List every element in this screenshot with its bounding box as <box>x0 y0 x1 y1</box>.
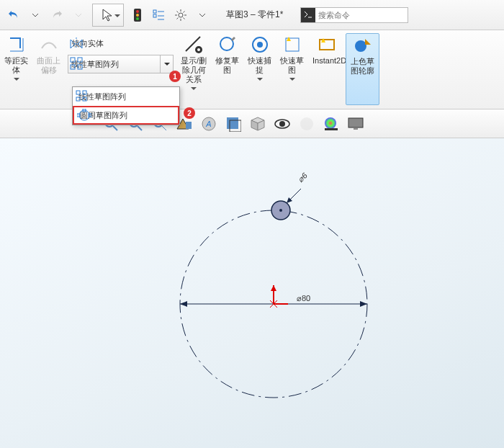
display-delete-relations-button[interactable]: 显示/删 除几何 关系 <box>176 33 211 105</box>
svg-rect-25 <box>83 91 86 94</box>
screen-icon[interactable] <box>346 114 366 134</box>
eye-icon[interactable] <box>272 114 292 134</box>
appearance-icon[interactable] <box>321 114 341 134</box>
dropdown-circular-pattern[interactable]: 圆周草图阵列 <box>73 106 179 125</box>
view-orientation-icon[interactable]: A <box>199 114 219 134</box>
svg-line-35 <box>138 126 142 130</box>
svg-point-17 <box>197 48 200 51</box>
snap-icon <box>250 35 270 55</box>
sketch-drawing <box>0 138 504 448</box>
svg-rect-4 <box>153 10 156 13</box>
svg-point-2 <box>136 14 139 17</box>
svg-rect-24 <box>76 91 80 94</box>
display-style-icon[interactable] <box>223 114 243 134</box>
pattern-dropdown-caret[interactable] <box>160 55 173 73</box>
rapid-sketch-button[interactable]: 快速草 图 <box>276 33 308 105</box>
quick-snap-button[interactable]: 快速捕 捉 <box>243 33 276 105</box>
svg-rect-14 <box>78 65 82 69</box>
callout-2: 2 <box>184 107 195 119</box>
svg-rect-11 <box>71 58 75 62</box>
surface-offset-button: 曲面上 偏移 <box>32 33 65 105</box>
svg-point-52 <box>279 209 282 212</box>
svg-point-3 <box>136 17 139 20</box>
svg-point-44 <box>300 117 313 130</box>
svg-rect-27 <box>83 97 86 101</box>
select-tool[interactable] <box>92 4 124 27</box>
svg-rect-26 <box>76 97 80 101</box>
hide-show-icon[interactable] <box>248 114 268 134</box>
svg-point-1 <box>136 10 139 13</box>
dropdown-linear-pattern[interactable]: 线性草图阵列 <box>73 87 179 106</box>
instant2d-icon <box>317 35 337 55</box>
svg-point-45 <box>325 117 336 129</box>
circular-pattern-icon <box>77 109 91 122</box>
pattern-dropdown-menu: 线性草图阵列 圆周草图阵列 2 <box>72 86 180 125</box>
mirror-icon <box>69 37 84 50</box>
surface-offset-icon <box>39 35 59 55</box>
svg-rect-5 <box>153 14 156 17</box>
svg-point-20 <box>257 42 263 48</box>
svg-rect-12 <box>78 58 82 62</box>
linear-pattern-icon <box>70 57 86 71</box>
instant2d-button[interactable]: Instant2D <box>308 33 346 105</box>
svg-rect-47 <box>348 118 363 127</box>
svg-point-9 <box>179 13 183 17</box>
traffic-light-icon[interactable] <box>127 5 148 25</box>
graphics-area[interactable]: ⌀6 ⌀80 <box>0 138 504 448</box>
rapid-sketch-icon <box>282 35 302 55</box>
svg-rect-48 <box>354 127 358 130</box>
redo-icon <box>47 5 67 25</box>
scene-icon <box>297 114 317 134</box>
dimension-label-big: ⌀80 <box>297 294 310 303</box>
svg-rect-40 <box>227 117 238 129</box>
svg-text:A: A <box>205 120 211 128</box>
offset-entities-button[interactable]: 等距实 体 <box>0 33 32 105</box>
terminal-icon <box>301 8 315 22</box>
offset-icon <box>6 35 27 55</box>
document-title: 草图3 – 零件1* <box>226 9 283 21</box>
relations-icon <box>184 35 204 55</box>
command-search[interactable] <box>300 7 408 23</box>
svg-rect-37 <box>186 122 192 129</box>
linear-pattern-button[interactable]: 线性草图阵列 <box>68 55 174 73</box>
linear-pattern-icon <box>76 90 90 103</box>
gear-dropdown[interactable] <box>192 5 212 25</box>
shaded-icon <box>353 35 373 55</box>
shaded-sketch-button[interactable]: 上色草 图轮廓 <box>346 33 379 105</box>
redo-dropdown <box>68 5 89 25</box>
svg-point-18 <box>220 37 233 50</box>
repair-icon <box>217 35 238 55</box>
svg-point-43 <box>279 121 285 127</box>
undo-icon[interactable] <box>4 5 24 25</box>
svg-rect-46 <box>325 128 338 130</box>
svg-rect-13 <box>71 65 75 69</box>
svg-line-33 <box>113 126 117 130</box>
search-input[interactable] <box>315 11 402 19</box>
list-icon[interactable] <box>149 5 169 25</box>
repair-sketch-button[interactable]: 修复草 图 <box>211 33 243 105</box>
mirror-entities-button[interactable]: 镜向实体 <box>68 35 174 52</box>
gear-icon[interactable] <box>171 5 191 25</box>
undo-dropdown[interactable] <box>25 5 45 25</box>
svg-point-23 <box>355 40 366 52</box>
